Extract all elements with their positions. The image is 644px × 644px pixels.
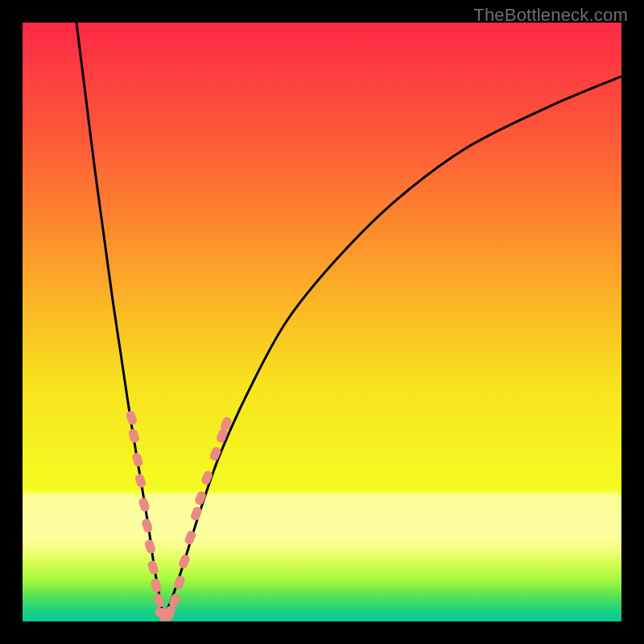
marker-group <box>126 410 233 621</box>
curve-right-branch <box>163 76 621 618</box>
watermark-text: TheBottleneck.com <box>473 5 628 26</box>
marker-point <box>141 518 154 534</box>
marker-point <box>128 428 141 444</box>
chart-frame: TheBottleneck.com <box>0 0 644 644</box>
marker-point <box>153 592 166 609</box>
curve-layer <box>23 23 621 621</box>
marker-point <box>208 446 222 462</box>
marker-point <box>126 410 138 426</box>
marker-point <box>184 530 197 546</box>
marker-point <box>134 473 147 489</box>
marker-point <box>144 539 157 555</box>
marker-point <box>138 497 151 513</box>
marker-point <box>147 559 159 576</box>
marker-point <box>131 452 144 468</box>
marker-point <box>200 469 214 485</box>
plot-area <box>23 23 621 621</box>
marker-point <box>178 554 192 570</box>
marker-point <box>150 578 163 594</box>
